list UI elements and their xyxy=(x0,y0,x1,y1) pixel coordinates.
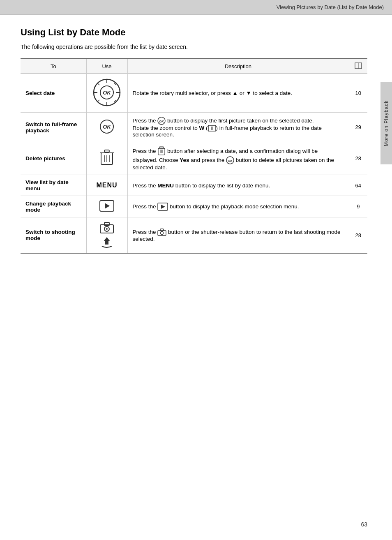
rotary-selector-icon: OK xyxy=(92,78,121,107)
row3-desc: Press the button after selecting a date,… xyxy=(127,142,349,175)
row5-ref: 9 xyxy=(349,196,367,217)
svg-marker-35 xyxy=(105,203,110,209)
row4-use: MENU xyxy=(86,175,127,196)
svg-rect-44 xyxy=(160,229,164,231)
svg-marker-42 xyxy=(104,237,110,245)
col-header-ref xyxy=(349,59,367,74)
page-number: 63 xyxy=(361,521,367,528)
table-row: Change playback mode Press the button to… xyxy=(21,196,367,217)
playback-inline-icon xyxy=(157,203,168,211)
svg-line-7 xyxy=(97,83,99,85)
row1-to: Select date xyxy=(21,74,86,113)
row4-desc: Press the MENU button to display the lis… xyxy=(127,175,349,196)
playback-button-icon xyxy=(99,200,114,212)
row5-to: Change playback mode xyxy=(21,196,86,217)
row2-to: Switch to full-frame playback xyxy=(21,113,86,142)
svg-point-45 xyxy=(161,231,164,234)
row4-to: View list by date menu xyxy=(21,175,86,196)
col-header-use: Use xyxy=(86,59,127,74)
shutter-icon xyxy=(99,236,114,249)
row4-ref: 64 xyxy=(349,175,367,196)
ok-inline-icon: OK xyxy=(157,117,166,125)
table-row: View list by date menu MENU Press the ME… xyxy=(21,175,367,196)
ok-button-icon: OK xyxy=(99,119,114,134)
trash-icon xyxy=(99,150,114,166)
svg-text:OK: OK xyxy=(228,159,233,163)
svg-line-9 xyxy=(97,100,99,102)
table-row: Select date xyxy=(21,74,367,113)
row3-use xyxy=(86,142,127,175)
row6-to: Switch to shooting mode xyxy=(21,217,86,254)
row5-use xyxy=(86,196,127,217)
instructions-table: To Use Description Select date xyxy=(21,58,367,254)
camera-inline-icon xyxy=(157,228,166,236)
row1-ref: 10 xyxy=(349,74,367,113)
row6-desc: Press the button or the shutter-release … xyxy=(127,217,349,254)
sidebar-label: More on Playback xyxy=(383,100,389,146)
table-row: Switch to full-frame playback OK Press t… xyxy=(21,113,367,142)
svg-marker-37 xyxy=(161,205,165,209)
svg-rect-26 xyxy=(159,147,164,148)
zoom-icon xyxy=(208,125,216,132)
col-header-description: Description xyxy=(127,59,349,74)
header-title: Viewing Pictures by Date (List by Date M… xyxy=(277,4,384,10)
row5-desc: Press the button to display the playback… xyxy=(127,196,349,217)
row2-use: OK xyxy=(86,113,127,142)
row1-use: OK xyxy=(86,74,127,113)
ok-inline-icon2: OK xyxy=(226,156,234,164)
svg-text:OK: OK xyxy=(103,124,111,130)
table-row: Delete pictures xyxy=(21,142,367,175)
intro-text: The following operations are possible fr… xyxy=(21,44,367,50)
row2-ref: 29 xyxy=(349,113,367,142)
trash-inline-icon xyxy=(157,146,166,156)
page-title: Using List by Date Mode xyxy=(21,27,367,38)
page: Viewing Pictures by Date (List by Date M… xyxy=(0,0,392,540)
svg-point-41 xyxy=(106,228,108,230)
book-icon xyxy=(355,62,362,69)
sidebar-tab: More on Playback xyxy=(380,82,392,164)
row6-ref: 28 xyxy=(349,217,367,254)
svg-text:OK: OK xyxy=(103,90,111,96)
camera-shutter-icons xyxy=(92,222,122,249)
svg-rect-20 xyxy=(104,150,109,152)
table-row: Switch to shooting mode xyxy=(21,217,367,254)
camera-icon xyxy=(99,222,114,234)
row1-desc: Rotate the rotary multi selector, or pre… xyxy=(127,74,349,113)
header-bar: Viewing Pictures by Date (List by Date M… xyxy=(0,0,392,15)
col-header-to: To xyxy=(21,59,86,74)
svg-text:OK: OK xyxy=(159,120,164,123)
row2-desc: Press the OK button to display the first… xyxy=(127,113,349,142)
svg-rect-17 xyxy=(208,125,216,131)
menu-button-icon: MENU xyxy=(96,182,117,189)
row3-ref: 28 xyxy=(349,142,367,175)
row3-to: Delete pictures xyxy=(21,142,86,175)
main-content: Using List by Date Mode The following op… xyxy=(0,15,392,266)
row6-use xyxy=(86,217,127,254)
